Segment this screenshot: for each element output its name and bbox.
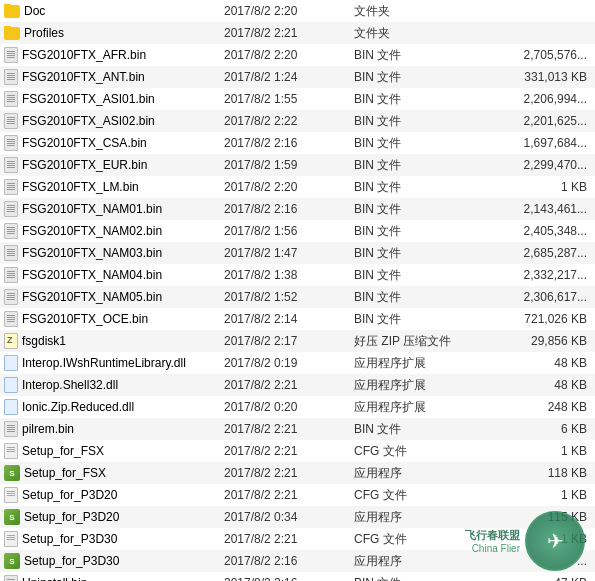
file-name-text: Setup_for_P3D30	[22, 532, 117, 546]
file-row[interactable]: FSG2010FTX_ASI01.bin 2017/8/2 1:55 BIN 文…	[0, 88, 595, 110]
file-row[interactable]: FSG2010FTX_NAM05.bin 2017/8/2 1:52 BIN 文…	[0, 286, 595, 308]
file-type: BIN 文件	[354, 311, 454, 328]
file-name-cell: Setup_for_P3D20	[4, 487, 224, 503]
file-row[interactable]: pilrem.bin 2017/8/2 2:21 BIN 文件 6 KB	[0, 418, 595, 440]
file-date: 2017/8/2 1:38	[224, 268, 354, 282]
file-size: 1 KB	[454, 180, 591, 194]
file-name-cell: S Setup_for_P3D30	[4, 553, 224, 569]
file-type: 应用程序	[354, 553, 454, 570]
file-date: 2017/8/2 2:21	[224, 532, 354, 546]
file-row[interactable]: Uninstall.bin 2017/8/2 2:16 BIN 文件 47 KB	[0, 572, 595, 581]
file-row[interactable]: FSG2010FTX_NAM01.bin 2017/8/2 2:16 BIN 文…	[0, 198, 595, 220]
watermark-text2: China Flier	[472, 543, 520, 554]
file-name-text: FSG2010FTX_NAM04.bin	[22, 268, 162, 282]
file-row[interactable]: FSG2010FTX_LM.bin 2017/8/2 2:20 BIN 文件 1…	[0, 176, 595, 198]
file-row[interactable]: FSG2010FTX_ASI02.bin 2017/8/2 2:22 BIN 文…	[0, 110, 595, 132]
file-size: 2,405,348...	[454, 224, 591, 238]
file-size: 48 KB	[454, 378, 591, 392]
file-type: BIN 文件	[354, 113, 454, 130]
file-date: 2017/8/2 2:21	[224, 466, 354, 480]
file-row[interactable]: FSG2010FTX_NAM03.bin 2017/8/2 1:47 BIN 文…	[0, 242, 595, 264]
file-size: 1 KB	[454, 488, 591, 502]
file-row[interactable]: Ionic.Zip.Reduced.dll 2017/8/2 0:20 应用程序…	[0, 396, 595, 418]
file-date: 2017/8/2 2:21	[224, 422, 354, 436]
file-name-cell: Interop.IWshRuntimeLibrary.dll	[4, 355, 224, 371]
file-name-text: FSG2010FTX_LM.bin	[22, 180, 139, 194]
file-name-text: Profiles	[24, 26, 64, 40]
file-name-text: Interop.IWshRuntimeLibrary.dll	[22, 356, 186, 370]
file-date: 2017/8/2 1:55	[224, 92, 354, 106]
file-name-cell: Interop.Shell32.dll	[4, 377, 224, 393]
file-size: 2,143,461...	[454, 202, 591, 216]
file-type: 应用程序	[354, 509, 454, 526]
file-size: 2,201,625...	[454, 114, 591, 128]
file-name-cell: Setup_for_P3D30	[4, 531, 224, 547]
file-date: 2017/8/2 2:20	[224, 4, 354, 18]
file-name-cell: Ionic.Zip.Reduced.dll	[4, 399, 224, 415]
file-row[interactable]: FSG2010FTX_NAM04.bin 2017/8/2 1:38 BIN 文…	[0, 264, 595, 286]
file-row[interactable]: S Setup_for_FSX 2017/8/2 2:21 应用程序 118 K…	[0, 462, 595, 484]
file-row[interactable]: Interop.Shell32.dll 2017/8/2 2:21 应用程序扩展…	[0, 374, 595, 396]
watermark-text1: 飞行春联盟	[465, 528, 520, 543]
file-date: 2017/8/2 2:22	[224, 114, 354, 128]
file-name-text: Setup_for_P3D20	[24, 510, 119, 524]
file-type: BIN 文件	[354, 135, 454, 152]
file-date: 2017/8/2 2:21	[224, 488, 354, 502]
file-name-cell: FSG2010FTX_CSA.bin	[4, 135, 224, 151]
plane-icon: ✈	[547, 529, 564, 553]
file-name-text: Doc	[24, 4, 45, 18]
file-type: BIN 文件	[354, 267, 454, 284]
file-name-cell: FSG2010FTX_NAM01.bin	[4, 201, 224, 217]
file-date: 2017/8/2 2:21	[224, 378, 354, 392]
file-name-cell: FSG2010FTX_NAM03.bin	[4, 245, 224, 261]
file-row[interactable]: Z fsgdisk1 2017/8/2 2:17 好压 ZIP 压缩文件 29,…	[0, 330, 595, 352]
file-list: Doc 2017/8/2 2:20 文件夹 Profiles 2017/8/2 …	[0, 0, 595, 581]
file-type: BIN 文件	[354, 47, 454, 64]
file-size: 29,856 KB	[454, 334, 591, 348]
file-name-text: FSG2010FTX_NAM05.bin	[22, 290, 162, 304]
file-name-cell: Doc	[4, 4, 224, 18]
file-name-cell: FSG2010FTX_ASI02.bin	[4, 113, 224, 129]
file-row[interactable]: FSG2010FTX_ANT.bin 2017/8/2 1:24 BIN 文件 …	[0, 66, 595, 88]
file-size: 331,013 KB	[454, 70, 591, 84]
file-name-text: FSG2010FTX_AFR.bin	[22, 48, 146, 62]
file-name-cell: FSG2010FTX_NAM04.bin	[4, 267, 224, 283]
file-type: BIN 文件	[354, 575, 454, 582]
file-name-text: FSG2010FTX_ASI01.bin	[22, 92, 155, 106]
file-date: 2017/8/2 0:19	[224, 356, 354, 370]
watermark-circle: ✈	[525, 511, 585, 571]
file-row[interactable]: FSG2010FTX_CSA.bin 2017/8/2 2:16 BIN 文件 …	[0, 132, 595, 154]
file-name-cell: FSG2010FTX_NAM02.bin	[4, 223, 224, 239]
file-type: BIN 文件	[354, 91, 454, 108]
file-row[interactable]: FSG2010FTX_EUR.bin 2017/8/2 1:59 BIN 文件 …	[0, 154, 595, 176]
file-size: 2,206,994...	[454, 92, 591, 106]
file-row[interactable]: FSG2010FTX_AFR.bin 2017/8/2 2:20 BIN 文件 …	[0, 44, 595, 66]
file-name-text: Setup_for_P3D30	[24, 554, 119, 568]
file-date: 2017/8/2 2:16	[224, 576, 354, 581]
file-date: 2017/8/2 2:16	[224, 554, 354, 568]
file-type: 文件夹	[354, 25, 454, 42]
file-date: 2017/8/2 1:24	[224, 70, 354, 84]
file-row[interactable]: Setup_for_P3D20 2017/8/2 2:21 CFG 文件 1 K…	[0, 484, 595, 506]
file-name-cell: FSG2010FTX_AFR.bin	[4, 47, 224, 63]
file-type: BIN 文件	[354, 289, 454, 306]
file-date: 2017/8/2 2:14	[224, 312, 354, 326]
file-name-cell: S Setup_for_P3D20	[4, 509, 224, 525]
file-row[interactable]: Setup_for_FSX 2017/8/2 2:21 CFG 文件 1 KB	[0, 440, 595, 462]
file-size: 2,332,217...	[454, 268, 591, 282]
file-name-text: pilrem.bin	[22, 422, 74, 436]
file-size: 1,697,684...	[454, 136, 591, 150]
file-type: 应用程序扩展	[354, 399, 454, 416]
file-row[interactable]: FSG2010FTX_OCE.bin 2017/8/2 2:14 BIN 文件 …	[0, 308, 595, 330]
file-row[interactable]: FSG2010FTX_NAM02.bin 2017/8/2 1:56 BIN 文…	[0, 220, 595, 242]
file-row[interactable]: Doc 2017/8/2 2:20 文件夹	[0, 0, 595, 22]
file-name-cell: FSG2010FTX_OCE.bin	[4, 311, 224, 327]
file-name-cell: Profiles	[4, 26, 224, 40]
file-row[interactable]: Interop.IWshRuntimeLibrary.dll 2017/8/2 …	[0, 352, 595, 374]
file-type: BIN 文件	[354, 201, 454, 218]
file-date: 2017/8/2 1:59	[224, 158, 354, 172]
file-type: BIN 文件	[354, 69, 454, 86]
file-type: 文件夹	[354, 3, 454, 20]
file-type: BIN 文件	[354, 245, 454, 262]
file-row[interactable]: Profiles 2017/8/2 2:21 文件夹	[0, 22, 595, 44]
